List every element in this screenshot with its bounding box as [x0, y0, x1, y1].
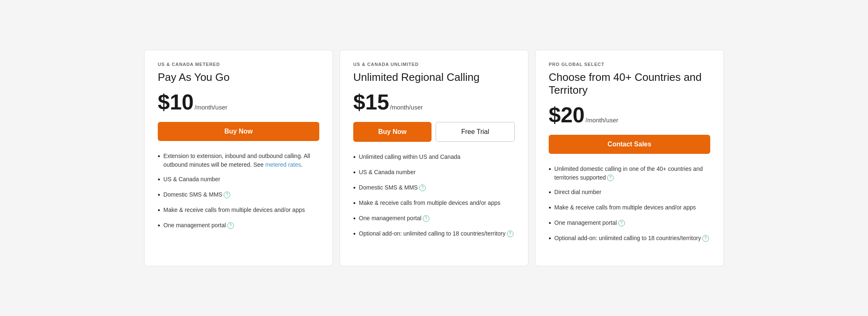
feature-text: Make & receive calls from multiple devic… — [555, 203, 710, 212]
list-item: One management portal? — [549, 219, 710, 228]
list-item: Unlimited domestic calling in one of the… — [549, 165, 710, 182]
list-item: Domestic SMS & MMS? — [158, 190, 319, 200]
feature-text: Unlimited domestic calling in one of the… — [555, 165, 710, 182]
features-list: Unlimited calling within US and CanadaUS… — [353, 153, 515, 245]
feature-text: Make & receive calls from multiple devic… — [164, 206, 319, 214]
plan-price: $15/month/user — [353, 91, 515, 113]
price-period: /month/user — [195, 104, 227, 111]
list-item: Make & receive calls from multiple devic… — [158, 206, 319, 215]
info-icon[interactable]: ? — [224, 192, 230, 198]
feature-text: Domestic SMS & MMS? — [164, 190, 319, 199]
features-list: Unlimited domestic calling in one of the… — [549, 165, 710, 249]
buy-now-button-global[interactable]: Contact Sales — [549, 135, 710, 154]
buy-now-button-metered[interactable]: Buy Now — [158, 122, 319, 141]
list-item: One management portal? — [158, 221, 319, 231]
feature-text: US & Canada number — [164, 175, 319, 184]
list-item: Unlimited calling within US and Canada — [353, 153, 515, 162]
feature-text: One management portal? — [164, 221, 319, 230]
price-amount: $20 — [549, 104, 585, 126]
feature-text: Optional add-on: unlimited calling to 18… — [555, 234, 710, 243]
info-icon[interactable]: ? — [702, 235, 709, 242]
price-period: /month/user — [390, 104, 423, 111]
price-amount: $10 — [158, 91, 194, 113]
pricing-container: US & CANADA METEREDPay As You Go$10/mont… — [144, 50, 724, 266]
price-amount: $15 — [353, 91, 389, 113]
feature-text: One management portal? — [359, 214, 515, 223]
button-group: Buy NowFree Trial — [353, 122, 515, 142]
free-trial-button-unlimited[interactable]: Free Trial — [436, 122, 515, 142]
plan-price: $20/month/user — [549, 104, 710, 126]
feature-text: One management portal? — [555, 219, 710, 227]
features-list: Extension to extension, inbound and outb… — [158, 152, 319, 236]
pricing-card-metered: US & CANADA METEREDPay As You Go$10/mont… — [144, 50, 333, 266]
feature-text: US & Canada number — [359, 168, 515, 177]
plan-price: $10/month/user — [158, 91, 319, 113]
pricing-card-global: PRO GLOBAL SELECTChoose from 40+ Countri… — [535, 50, 724, 266]
buy-now-button-unlimited[interactable]: Buy Now — [353, 122, 432, 142]
info-icon[interactable]: ? — [423, 215, 429, 222]
plan-tier-label: PRO GLOBAL SELECT — [549, 62, 710, 67]
plan-tier-label: US & CANADA UNLIMITED — [353, 62, 515, 67]
info-icon[interactable]: ? — [607, 175, 614, 181]
button-group: Contact Sales — [549, 135, 710, 154]
metered-rates-link[interactable]: metered rates — [265, 161, 301, 168]
plan-name: Unlimited Regional Calling — [353, 71, 515, 84]
plan-tier-label: US & CANADA METERED — [158, 62, 319, 67]
button-group: Buy Now — [158, 122, 319, 141]
plan-name: Choose from 40+ Countries and Territory — [549, 71, 710, 97]
list-item: Make & receive calls from multiple devic… — [353, 199, 515, 208]
info-icon[interactable]: ? — [507, 231, 514, 237]
list-item: Direct dial number — [549, 188, 710, 197]
price-period: /month/user — [586, 117, 618, 124]
list-item: Make & receive calls from multiple devic… — [549, 203, 710, 213]
feature-text: Extension to extension, inbound and outb… — [164, 152, 319, 169]
list-item: US & Canada number — [158, 175, 319, 185]
list-item: Domestic SMS & MMS? — [353, 183, 515, 193]
list-item: One management portal? — [353, 214, 515, 224]
list-item: Optional add-on: unlimited calling to 18… — [549, 234, 710, 243]
info-icon[interactable]: ? — [227, 222, 234, 229]
feature-text: Make & receive calls from multiple devic… — [359, 199, 515, 207]
pricing-card-unlimited: US & CANADA UNLIMITEDUnlimited Regional … — [340, 50, 528, 266]
list-item: US & Canada number — [353, 168, 515, 177]
plan-name: Pay As You Go — [158, 71, 319, 84]
list-item: Extension to extension, inbound and outb… — [158, 152, 319, 169]
feature-text: Direct dial number — [555, 188, 710, 197]
info-icon[interactable]: ? — [419, 185, 426, 191]
info-icon[interactable]: ? — [618, 220, 625, 226]
feature-text: Unlimited calling within US and Canada — [359, 153, 515, 161]
feature-text: Domestic SMS & MMS? — [359, 183, 515, 192]
list-item: Optional add-on: unlimited calling to 18… — [353, 229, 515, 239]
feature-text: Optional add-on: unlimited calling to 18… — [359, 229, 515, 238]
